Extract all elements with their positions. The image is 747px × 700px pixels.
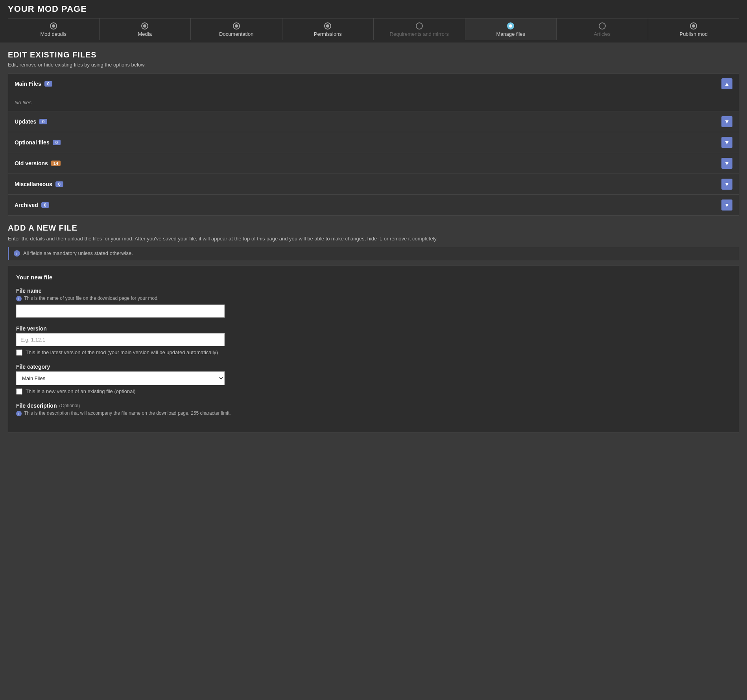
- badge-optional-files: 0: [53, 140, 61, 145]
- accordion-item-old-versions: Old versions 14 ▼: [8, 153, 739, 174]
- file-version-label: File version: [16, 325, 731, 332]
- accordion-item-updates: Updates 0 ▼: [8, 111, 739, 132]
- accordion-label-miscellaneous: Miscellaneous 0: [15, 181, 63, 187]
- add-file-section: ADD A NEW FILE Enter the details and the…: [8, 223, 739, 432]
- tab-permissions[interactable]: Permissions: [282, 18, 374, 40]
- accordion-item-main-files: Main Files 0 ▲ No files: [8, 74, 739, 111]
- file-category-label: File category: [16, 364, 731, 370]
- accordion-label-optional-files: Optional files 0: [15, 139, 61, 146]
- tab-manage-files-label: Manage files: [496, 31, 525, 37]
- add-section-title: ADD A NEW FILE: [8, 223, 739, 233]
- chevron-btn-optional-files[interactable]: ▼: [721, 137, 732, 148]
- tab-requirements-mirrors: Requirements and mirrors: [374, 18, 465, 40]
- accordion-header-updates[interactable]: Updates 0 ▼: [8, 111, 739, 132]
- badge-updates: 0: [39, 119, 47, 124]
- accordion-label-updates: Updates 0: [15, 118, 47, 125]
- file-name-input[interactable]: [16, 305, 225, 318]
- accordion-label-main-files: Main Files 0: [15, 81, 52, 87]
- accordion-item-miscellaneous: Miscellaneous 0 ▼: [8, 174, 739, 195]
- form-card: Your new file File name i This is the na…: [8, 266, 739, 432]
- tab-mod-details[interactable]: Mod details: [8, 18, 100, 40]
- form-group-file-version: File version This is the latest version …: [16, 325, 731, 356]
- file-description-help: i This is the description that will acco…: [16, 410, 731, 416]
- accordion-title-old-versions: Old versions: [15, 160, 48, 166]
- tab-media-label: Media: [138, 31, 152, 37]
- file-name-info-icon: i: [16, 296, 22, 301]
- mandatory-info-box: i All fields are mandatory unless stated…: [8, 247, 739, 260]
- latest-version-checkbox-label: This is the latest version of the mod (y…: [26, 349, 218, 355]
- form-group-file-category: File category Main Files Updates Optiona…: [16, 364, 731, 395]
- tab-permissions-label: Permissions: [314, 31, 342, 37]
- latest-version-checkbox-row: This is the latest version of the mod (y…: [16, 349, 731, 356]
- file-name-label: File name: [16, 288, 731, 294]
- tab-documentation[interactable]: Documentation: [191, 18, 282, 40]
- tab-articles-radio: [599, 22, 606, 30]
- tab-requirements-label: Requirements and mirrors: [390, 31, 449, 37]
- tab-media-radio: [141, 22, 148, 30]
- file-version-input[interactable]: [16, 333, 225, 346]
- chevron-btn-archived[interactable]: ▼: [721, 199, 732, 211]
- accordion-header-main-files[interactable]: Main Files 0 ▲: [8, 74, 739, 94]
- tab-articles: Articles: [557, 18, 648, 40]
- accordion-item-archived: Archived 0 ▼: [8, 195, 739, 215]
- tab-publish-mod[interactable]: Publish mod: [648, 18, 740, 40]
- accordion-header-archived[interactable]: Archived 0 ▼: [8, 195, 739, 215]
- accordion-body-main-files: No files: [8, 94, 739, 111]
- accordion-container: Main Files 0 ▲ No files Updates 0: [8, 73, 739, 216]
- tab-documentation-label: Documentation: [219, 31, 253, 37]
- tab-manage-files[interactable]: Manage files: [465, 18, 557, 40]
- chevron-btn-updates[interactable]: ▼: [721, 116, 732, 127]
- new-version-checkbox-row: This is a new version of an existing fil…: [16, 388, 731, 395]
- info-icon: i: [14, 250, 20, 257]
- latest-version-checkbox[interactable]: [16, 349, 22, 356]
- tab-manage-files-radio: [507, 22, 514, 30]
- badge-old-versions: 14: [51, 161, 61, 166]
- badge-main-files: 0: [44, 81, 52, 87]
- tab-media[interactable]: Media: [100, 18, 191, 40]
- edit-section-desc: Edit, remove or hide existing files by u…: [8, 62, 739, 68]
- file-category-select[interactable]: Main Files Updates Optional files Old ve…: [16, 371, 225, 385]
- chevron-btn-old-versions[interactable]: ▼: [721, 158, 732, 169]
- tab-publish-mod-label: Publish mod: [679, 31, 708, 37]
- accordion-title-optional-files: Optional files: [15, 139, 50, 146]
- tab-documentation-radio: [233, 22, 240, 30]
- main-content: EDIT EXISTING FILES Edit, remove or hide…: [0, 42, 747, 440]
- file-description-info-icon: i: [16, 411, 22, 416]
- file-description-optional-tag: (Optional): [59, 403, 80, 408]
- no-files-text: No files: [15, 100, 31, 105]
- tab-articles-label: Articles: [594, 31, 611, 37]
- accordion-label-archived: Archived 0: [15, 202, 49, 208]
- chevron-btn-miscellaneous[interactable]: ▼: [721, 179, 732, 190]
- file-description-label: File description (Optional): [16, 403, 731, 409]
- badge-archived: 0: [41, 202, 49, 208]
- accordion-title-miscellaneous: Miscellaneous: [15, 181, 52, 187]
- accordion-title-updates: Updates: [15, 118, 36, 125]
- form-group-file-name: File name i This is the name of your fil…: [16, 288, 731, 318]
- tab-requirements-radio: [416, 22, 423, 30]
- nav-tabs: Mod details Media Documentation Permissi…: [8, 18, 739, 40]
- chevron-btn-main-files[interactable]: ▲: [721, 78, 732, 89]
- add-section-desc: Enter the details and then upload the fi…: [8, 235, 739, 243]
- badge-miscellaneous: 0: [55, 181, 63, 187]
- accordion-header-old-versions[interactable]: Old versions 14 ▼: [8, 153, 739, 174]
- new-version-checkbox-label: This is a new version of an existing fil…: [26, 388, 136, 394]
- accordion-title-main-files: Main Files: [15, 81, 41, 87]
- accordion-title-archived: Archived: [15, 202, 38, 208]
- accordion-header-miscellaneous[interactable]: Miscellaneous 0 ▼: [8, 174, 739, 194]
- new-version-checkbox[interactable]: [16, 388, 22, 395]
- edit-section: EDIT EXISTING FILES Edit, remove or hide…: [8, 50, 739, 216]
- tab-publish-mod-radio: [690, 22, 697, 30]
- accordion-item-optional-files: Optional files 0 ▼: [8, 132, 739, 153]
- accordion-header-optional-files[interactable]: Optional files 0 ▼: [8, 132, 739, 153]
- top-bar: YOUR MOD PAGE Mod details Media Document: [0, 0, 747, 42]
- tab-mod-details-label: Mod details: [41, 31, 66, 37]
- page-wrapper: YOUR MOD PAGE Mod details Media Document: [0, 0, 747, 700]
- tab-mod-details-radio: [50, 22, 57, 30]
- form-group-file-description: File description (Optional) i This is th…: [16, 403, 731, 416]
- edit-section-title: EDIT EXISTING FILES: [8, 50, 739, 59]
- form-card-title: Your new file: [16, 274, 731, 281]
- page-title: YOUR MOD PAGE: [8, 4, 739, 14]
- tab-permissions-radio: [324, 22, 331, 30]
- accordion-label-old-versions: Old versions 14: [15, 160, 61, 166]
- mandatory-info-text: All fields are mandatory unless stated o…: [23, 250, 133, 256]
